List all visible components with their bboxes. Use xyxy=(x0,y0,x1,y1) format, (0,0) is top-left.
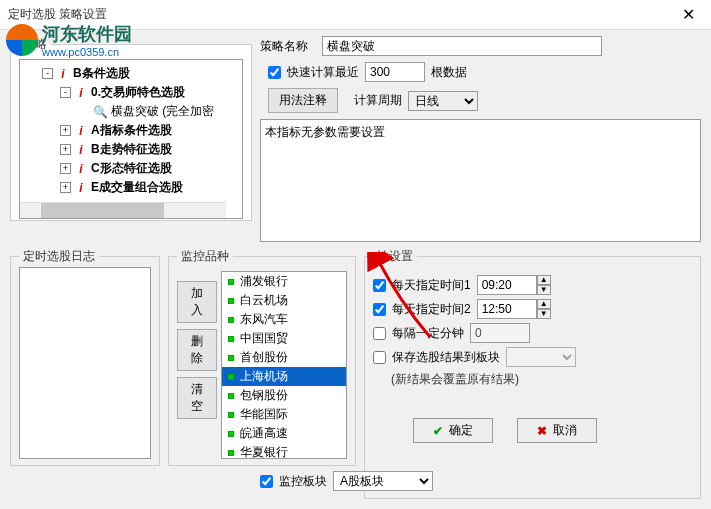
expand-icon[interactable]: + xyxy=(60,144,71,155)
monitor-block-label: 监控板块 xyxy=(279,473,327,490)
props-fieldset: 性设置 每天指定时间1 ▲▼ 每天指定时间2 ▲▼ 每隔一定分钟 xyxy=(364,248,701,499)
monitor-block-checkbox[interactable] xyxy=(260,475,273,488)
list-item[interactable]: 白云机场 xyxy=(222,291,346,310)
description-area[interactable]: 本指标无参数需要设置 xyxy=(260,119,701,242)
stock-name: 东风汽车 xyxy=(240,311,288,328)
save-checkbox[interactable] xyxy=(373,351,386,364)
expand-icon[interactable]: - xyxy=(60,87,71,98)
log-fieldset: 定时选股日志 xyxy=(10,248,160,466)
expand-icon[interactable]: + xyxy=(60,125,71,136)
stock-icon xyxy=(226,410,236,420)
cross-icon: ✖ xyxy=(537,424,547,438)
tree-node-label: E成交量组合选股 xyxy=(91,179,183,196)
name-input[interactable] xyxy=(322,36,602,56)
info-icon: i xyxy=(75,143,87,157)
log-legend: 定时选股日志 xyxy=(19,248,99,265)
info-icon: i xyxy=(75,86,87,100)
fast-calc-suffix: 根数据 xyxy=(431,64,467,81)
stock-name: 皖通高速 xyxy=(240,425,288,442)
interval-checkbox[interactable] xyxy=(373,327,386,340)
close-icon[interactable]: ✕ xyxy=(674,5,703,24)
search-icon: 🔍 xyxy=(93,105,107,119)
strategy-form: 策略名称 快速计算最近 根数据 用法注释 计算周期 日线 本指标无参数需要设置 xyxy=(260,36,701,242)
expand-icon[interactable]: - xyxy=(42,68,53,79)
stock-name: 包钢股份 xyxy=(240,387,288,404)
time2-input[interactable] xyxy=(477,299,537,319)
list-item[interactable]: 东风汽车 xyxy=(222,310,346,329)
strategy-tree[interactable]: -iB条件选股-i0.交易师特色选股🔍横盘突破 (完全加密+iA指标条件选股+i… xyxy=(19,59,243,219)
spin-up-icon[interactable]: ▲ xyxy=(537,275,551,285)
stock-name: 浦发银行 xyxy=(240,273,288,290)
tree-node-label: 0.交易师特色选股 xyxy=(91,84,185,101)
tree-scrollbar[interactable] xyxy=(20,202,226,218)
fast-calc-checkbox[interactable] xyxy=(268,66,281,79)
tree-node[interactable]: +iC形态特征选股 xyxy=(60,159,238,178)
log-area[interactable] xyxy=(19,267,151,459)
list-item[interactable]: 华能国际 xyxy=(222,405,346,424)
stock-icon xyxy=(226,448,236,458)
spin-down-icon[interactable]: ▼ xyxy=(537,285,551,295)
usage-button[interactable]: 用法注释 xyxy=(268,88,338,113)
stock-name: 华夏银行 xyxy=(240,444,288,459)
props-legend: 性设置 xyxy=(373,248,417,265)
tree-node[interactable]: -iB条件选股 xyxy=(42,64,238,83)
add-button[interactable]: 加入 xyxy=(177,281,217,323)
check-icon: ✔ xyxy=(433,424,443,438)
save-label: 保存选股结果到板块 xyxy=(392,349,500,366)
delete-button[interactable]: 删除 xyxy=(177,329,217,371)
monitor-fieldset: 监控品种 加入 删除 清空 浦发银行白云机场东风汽车中国国贸首创股份上海机场包钢… xyxy=(168,248,356,466)
watermark-text: 河东软件园 xyxy=(42,22,132,46)
time1-input[interactable] xyxy=(477,275,537,295)
tree-node-label: 横盘突破 (完全加密 xyxy=(111,103,214,120)
tree-node-label: B条件选股 xyxy=(73,65,130,82)
period-label: 计算周期 xyxy=(354,92,402,109)
expand-icon[interactable]: + xyxy=(60,163,71,174)
tree-node[interactable]: -i0.交易师特色选股 xyxy=(60,83,238,102)
logo-icon xyxy=(6,24,38,56)
period-select[interactable]: 日线 xyxy=(408,91,478,111)
stock-name: 华能国际 xyxy=(240,406,288,423)
watermark-url: www.pc0359.cn xyxy=(42,46,132,58)
tree-node[interactable]: +iB走势特征选股 xyxy=(60,140,238,159)
tree-node-label: B走势特征选股 xyxy=(91,141,172,158)
interval-input xyxy=(470,323,530,343)
time2-checkbox[interactable] xyxy=(373,303,386,316)
name-label: 策略名称 xyxy=(260,38,316,55)
stock-list[interactable]: 浦发银行白云机场东风汽车中国国贸首创股份上海机场包钢股份华能国际皖通高速华夏银行… xyxy=(221,271,347,459)
spin-up-icon[interactable]: ▲ xyxy=(537,299,551,309)
list-item[interactable]: 中国国贸 xyxy=(222,329,346,348)
list-item[interactable]: 首创股份 xyxy=(222,348,346,367)
stock-name: 首创股份 xyxy=(240,349,288,366)
tree-node[interactable]: 🔍横盘突破 (完全加密 xyxy=(78,102,238,121)
clear-button[interactable]: 清空 xyxy=(177,377,217,419)
strategy-fieldset: 策略 -iB条件选股-i0.交易师特色选股🔍横盘突破 (完全加密+iA指标条件选… xyxy=(10,36,252,221)
list-item[interactable]: 皖通高速 xyxy=(222,424,346,443)
stock-name: 白云机场 xyxy=(240,292,288,309)
info-icon: i xyxy=(57,67,69,81)
stock-icon xyxy=(226,353,236,363)
list-item[interactable]: 华夏银行 xyxy=(222,443,346,459)
info-icon: i xyxy=(75,124,87,138)
save-note: (新结果会覆盖原有结果) xyxy=(391,371,692,388)
cancel-button[interactable]: ✖取消 xyxy=(517,418,597,443)
stock-icon xyxy=(226,391,236,401)
list-item[interactable]: 浦发银行 xyxy=(222,272,346,291)
fast-calc-input[interactable] xyxy=(365,62,425,82)
list-item[interactable]: 上海机场 xyxy=(222,367,346,386)
list-item[interactable]: 包钢股份 xyxy=(222,386,346,405)
monitor-block-select[interactable]: A股板块 xyxy=(333,471,433,491)
spin-down-icon[interactable]: ▼ xyxy=(537,309,551,319)
expand-icon[interactable]: + xyxy=(60,182,71,193)
stock-icon xyxy=(226,296,236,306)
stock-icon xyxy=(226,429,236,439)
ok-button[interactable]: ✔确定 xyxy=(413,418,493,443)
time1-checkbox[interactable] xyxy=(373,279,386,292)
time2-label: 每天指定时间2 xyxy=(392,301,471,318)
stock-icon xyxy=(226,334,236,344)
tree-node[interactable]: +iE成交量组合选股 xyxy=(60,178,238,197)
stock-icon xyxy=(226,372,236,382)
info-icon: i xyxy=(75,181,87,195)
tree-node[interactable]: +iA指标条件选股 xyxy=(60,121,238,140)
stock-name: 上海机场 xyxy=(240,368,288,385)
stock-name: 中国国贸 xyxy=(240,330,288,347)
